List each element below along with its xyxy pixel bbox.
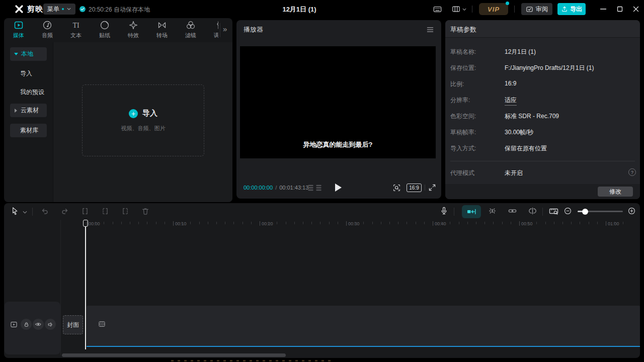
play-button[interactable] bbox=[335, 184, 342, 192]
select-tool-chevron-icon[interactable] bbox=[22, 210, 28, 215]
window-maximize-button[interactable] bbox=[614, 4, 625, 15]
window-close-button[interactable] bbox=[630, 4, 641, 15]
tab-sticker[interactable]: 贴纸 bbox=[91, 20, 118, 39]
select-tool-icon[interactable] bbox=[10, 206, 20, 216]
sidebar-divider bbox=[53, 42, 53, 202]
svg-text:TI: TI bbox=[72, 22, 79, 29]
draft-row-label: 分辨率: bbox=[450, 96, 470, 105]
cover-button[interactable]: 封面 bbox=[63, 315, 83, 334]
document-title: 12月1日 (1) bbox=[282, 5, 316, 14]
sidebar-label: 素材库 bbox=[20, 126, 38, 135]
media-library-panel: 媒体 音频 TI 文本 贴纸 特效 转场 bbox=[4, 18, 232, 202]
draft-name-value: 12月1日 (1) bbox=[505, 48, 536, 56]
window-minimize-button[interactable] bbox=[598, 4, 609, 15]
tab-adjust[interactable]: 调节 bbox=[206, 20, 218, 39]
tab-label: 转场 bbox=[156, 32, 168, 39]
tab-text[interactable]: TI 文本 bbox=[62, 20, 90, 39]
record-mic-icon[interactable] bbox=[439, 206, 449, 216]
tab-media[interactable]: 媒体 bbox=[5, 20, 32, 39]
timeline-zoom-slider[interactable] bbox=[578, 207, 623, 216]
video-track[interactable] bbox=[87, 306, 640, 346]
draft-title: 草稿参数 bbox=[450, 25, 476, 34]
vip-button[interactable]: VIP bbox=[479, 3, 508, 15]
slider-thumb[interactable] bbox=[582, 209, 588, 215]
bottom-edge-strip bbox=[0, 358, 644, 362]
playhead-handle[interactable] bbox=[83, 220, 88, 227]
draft-row-label: 导入方式: bbox=[450, 144, 476, 153]
modify-button[interactable]: 修改 bbox=[598, 187, 633, 197]
sidebar-item-local[interactable]: 本地 bbox=[10, 47, 47, 61]
ruler-label: 01:00 bbox=[606, 221, 619, 226]
plus-circle-icon: + bbox=[129, 109, 138, 118]
playhead-line[interactable] bbox=[85, 226, 86, 349]
mute-track-button[interactable] bbox=[45, 319, 56, 330]
ruler-label: 00:30 bbox=[346, 221, 360, 226]
toolbar-divider bbox=[542, 208, 543, 216]
separate-icon[interactable] bbox=[528, 206, 537, 216]
help-icon[interactable]: ? bbox=[628, 168, 636, 176]
clipped-text-remnant bbox=[171, 360, 332, 361]
ruler-label: 00:20 bbox=[260, 221, 273, 226]
close-icon bbox=[631, 4, 641, 14]
frame-list-icon[interactable] bbox=[308, 185, 313, 191]
tab-transition[interactable]: 转场 bbox=[148, 20, 176, 39]
sidebar-item-presets[interactable]: 我的预设 bbox=[20, 88, 44, 97]
sidebar-item-library[interactable]: 素材库 bbox=[10, 124, 47, 137]
layout-chevron-icon[interactable] bbox=[462, 7, 467, 12]
trim-right-icon[interactable] bbox=[121, 207, 130, 216]
resolution-value[interactable]: 适应 bbox=[505, 96, 517, 106]
filter-icon bbox=[186, 20, 196, 30]
player-menu-icon[interactable] bbox=[426, 26, 434, 33]
import-mode-value: 保留在原有位置 bbox=[505, 144, 547, 153]
timeline-ruler[interactable]: 00:00 00:10 00:20 00:30 00:40 00:50 01:0… bbox=[4, 220, 640, 230]
linkage-icon[interactable] bbox=[488, 206, 497, 216]
redo-icon[interactable] bbox=[60, 207, 69, 216]
ruler-label: 00:40 bbox=[433, 221, 446, 226]
preview-quality-icon[interactable] bbox=[392, 184, 401, 192]
draft-row-label: 保存位置: bbox=[450, 64, 476, 72]
playback-time: 00:00:00:00 / 00:01:43:13 bbox=[244, 185, 308, 191]
delete-icon[interactable] bbox=[141, 207, 150, 216]
lock-track-button[interactable] bbox=[21, 319, 32, 330]
color-space-value: 标准 SDR - Rec.709 bbox=[505, 112, 559, 121]
horizontal-scrollbar[interactable] bbox=[62, 353, 286, 357]
tabbar-divider bbox=[220, 23, 220, 37]
split-clip-icon[interactable] bbox=[80, 207, 90, 216]
export-button[interactable]: 导出 bbox=[557, 3, 586, 15]
zoom-in-icon[interactable] bbox=[627, 207, 636, 215]
sidebar-item-cloud[interactable]: 云素材 bbox=[10, 104, 47, 117]
trim-left-icon[interactable] bbox=[101, 207, 110, 216]
review-button[interactable]: 审阅 bbox=[521, 3, 552, 15]
track-type-icon[interactable] bbox=[10, 321, 18, 328]
hide-track-button[interactable] bbox=[33, 319, 44, 330]
undo-icon[interactable] bbox=[40, 207, 49, 216]
ratio-badge[interactable]: 16:9 bbox=[407, 184, 422, 192]
expand-tabs-button[interactable]: » bbox=[223, 25, 227, 33]
autosave-check-icon bbox=[79, 6, 86, 13]
tab-label: 贴纸 bbox=[99, 32, 110, 39]
tab-filter[interactable]: 滤镜 bbox=[177, 20, 204, 39]
shortcut-keyboard-icon[interactable] bbox=[433, 5, 442, 14]
lock-icon bbox=[23, 321, 30, 328]
tab-audio[interactable]: 音频 bbox=[34, 20, 61, 39]
auto-snap-button[interactable] bbox=[462, 205, 481, 218]
track-header-panel bbox=[5, 302, 60, 354]
transition-icon bbox=[157, 20, 167, 30]
proxy-mode-label: 代理模式 bbox=[450, 169, 474, 177]
sidebar-item-import[interactable]: 导入 bbox=[20, 69, 32, 78]
frame-list-icon[interactable] bbox=[316, 185, 321, 191]
review-icon bbox=[526, 6, 533, 13]
fullscreen-icon[interactable] bbox=[428, 184, 436, 192]
app-window: 剪映 菜单 20:50:26 自动保存本地 12月1日 (1) VIP 审阅 导… bbox=[0, 0, 644, 362]
import-dropzone[interactable]: + 导入 视频、音频、图片 bbox=[82, 84, 204, 156]
link-icon[interactable] bbox=[508, 206, 517, 216]
zoom-out-icon[interactable] bbox=[564, 207, 572, 215]
draft-divider bbox=[450, 161, 635, 161]
menu-button[interactable]: 菜单 bbox=[43, 4, 75, 15]
sticker-icon bbox=[100, 20, 110, 30]
tab-effects[interactable]: 特效 bbox=[120, 20, 147, 39]
draft-row-label: 草稿帧率: bbox=[450, 128, 476, 137]
layout-icon[interactable] bbox=[451, 5, 461, 14]
preview-axis-icon[interactable] bbox=[548, 207, 559, 216]
export-icon bbox=[561, 6, 568, 13]
